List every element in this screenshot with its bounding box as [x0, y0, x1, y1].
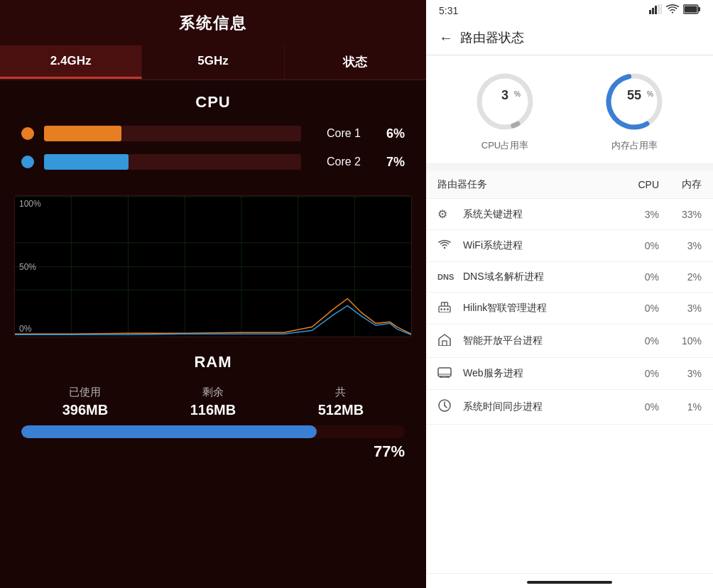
ram-total-label: 共: [318, 386, 364, 399]
table-row: Hilink智联管理进程 0% 3%: [426, 293, 713, 325]
cpu-chart: 100% 50% 0%: [14, 195, 412, 337]
svg-text:55: 55: [627, 88, 641, 102]
tab-2.4ghz[interactable]: 2.4GHz: [0, 45, 142, 79]
bottom-bar: [426, 573, 713, 588]
gauges-row: 3 % CPU占用率 55 % 内存占用率: [426, 55, 713, 164]
row-icon-5: [437, 366, 457, 381]
row-mem-4: 10%: [659, 335, 702, 347]
svg-rect-13: [655, 6, 657, 14]
ram-bar-bg: [21, 425, 405, 438]
cpu-section: CPU Core 1 6% Core 2 7%: [0, 80, 426, 190]
svg-rect-18: [685, 6, 697, 13]
svg-rect-36: [438, 368, 451, 376]
home-indicator: [527, 581, 612, 584]
status-icons: [649, 4, 700, 16]
header-mem: 内存: [659, 178, 702, 191]
status-bar: 5:31: [426, 0, 713, 21]
tab-status[interactable]: 状态: [285, 45, 426, 79]
chart-label-0: 0%: [19, 324, 31, 334]
router-title: 路由器状态: [460, 29, 524, 46]
ram-remaining: 剩余 116MB: [190, 386, 236, 418]
row-task-2: DNS域名解析进程: [463, 271, 616, 283]
row-icon-0: ⚙: [437, 207, 457, 221]
row-icon-6: [437, 398, 457, 415]
svg-rect-35: [442, 341, 447, 346]
mem-gauge-label: 内存占用率: [611, 139, 658, 152]
core2-bar-fill: [44, 154, 129, 170]
back-button[interactable]: ←: [439, 30, 453, 46]
table-row: DNS DNS域名解析进程 0% 2%: [426, 262, 713, 293]
row-cpu-1: 0%: [616, 240, 659, 251]
svg-point-33: [444, 308, 446, 310]
ram-used-value: 396MB: [62, 402, 108, 418]
row-task-3: Hilink智联管理进程: [463, 302, 616, 315]
svg-point-34: [447, 308, 449, 310]
left-panel: 系统信息 2.4GHz 5GHz 状态 CPU Core 1 6% Core 2…: [0, 0, 426, 588]
table-header: 路由器任务 CPU 内存: [426, 171, 713, 199]
ram-section: RAM 已使用 396MB 剩余 116MB 共 512MB 77%: [0, 344, 426, 468]
ram-used: 已使用 396MB: [62, 386, 108, 418]
ram-remaining-value: 116MB: [190, 402, 236, 418]
ram-total: 共 512MB: [318, 386, 364, 418]
table-row: Web服务进程 0% 3%: [426, 358, 713, 390]
chart-label-100: 100%: [19, 199, 41, 209]
router-header: ← 路由器状态: [426, 21, 713, 55]
row-task-6: 系统时间同步进程: [463, 401, 616, 413]
ram-total-value: 512MB: [318, 402, 364, 418]
table-row: ⚙ 系统关键进程 3% 33%: [426, 199, 713, 230]
header-cpu: CPU: [616, 179, 659, 190]
svg-text:%: %: [514, 90, 521, 98]
row-task-5: Web服务进程: [463, 367, 616, 380]
row-mem-6: 1%: [659, 401, 702, 413]
core1-bar-bg: [44, 126, 301, 141]
svg-rect-14: [658, 4, 660, 14]
chart-grid-svg: [15, 196, 411, 337]
table-row: 系统时间同步进程 0% 1%: [426, 390, 713, 425]
row-cpu-4: 0%: [616, 335, 659, 347]
ram-remaining-label: 剩余: [190, 386, 236, 399]
battery-icon: [683, 4, 700, 16]
ram-used-label: 已使用: [62, 386, 108, 399]
tab-5ghz[interactable]: 5GHz: [142, 45, 284, 79]
core2-row: Core 2 7%: [21, 154, 405, 170]
row-mem-1: 3%: [659, 240, 702, 251]
row-mem-5: 3%: [659, 368, 702, 379]
row-cpu-2: 0%: [616, 271, 659, 283]
svg-rect-15: [660, 4, 662, 14]
status-time: 5:31: [439, 5, 458, 16]
core1-bar-fill: [44, 126, 121, 141]
svg-rect-17: [698, 7, 700, 11]
svg-rect-12: [652, 8, 654, 14]
wifi-icon: [666, 4, 679, 16]
ram-pct: 77%: [21, 442, 405, 461]
row-icon-3: [437, 301, 457, 315]
cpu-gauge: 3 % CPU占用率: [473, 70, 537, 152]
cpu-title: CPU: [21, 93, 405, 111]
svg-text:3: 3: [501, 88, 508, 102]
row-cpu-6: 0%: [616, 401, 659, 413]
row-mem-2: 2%: [659, 271, 702, 283]
row-task-1: WiFi系统进程: [463, 239, 616, 252]
svg-text:%: %: [647, 90, 653, 98]
core1-row: Core 1 6%: [21, 126, 405, 141]
core2-dot: [21, 156, 34, 168]
tabs-row: 2.4GHz 5GHz 状态: [0, 45, 426, 80]
row-mem-0: 33%: [659, 209, 702, 220]
process-table: 路由器任务 CPU 内存 ⚙ 系统关键进程 3% 33% WiFi系统进程 0%: [426, 171, 713, 573]
row-mem-3: 3%: [659, 303, 702, 314]
cpu-gauge-svg: 3 %: [473, 70, 537, 134]
ram-bar-fill: [21, 425, 317, 438]
chart-label-50: 50%: [19, 262, 36, 272]
header-task: 路由器任务: [437, 178, 616, 191]
row-cpu-5: 0%: [616, 368, 659, 379]
ram-stats-row: 已使用 396MB 剩余 116MB 共 512MB: [21, 386, 405, 418]
signal-icon: [649, 4, 662, 16]
svg-line-43: [445, 405, 447, 408]
svg-rect-11: [649, 10, 651, 14]
table-row: 智能开放平台进程 0% 10%: [426, 325, 713, 358]
row-cpu-3: 0%: [616, 303, 659, 314]
row-task-4: 智能开放平台进程: [463, 334, 616, 347]
row-icon-4: [437, 333, 457, 349]
mem-gauge: 55 % 内存占用率: [602, 70, 666, 152]
row-icon-1: [437, 239, 457, 253]
